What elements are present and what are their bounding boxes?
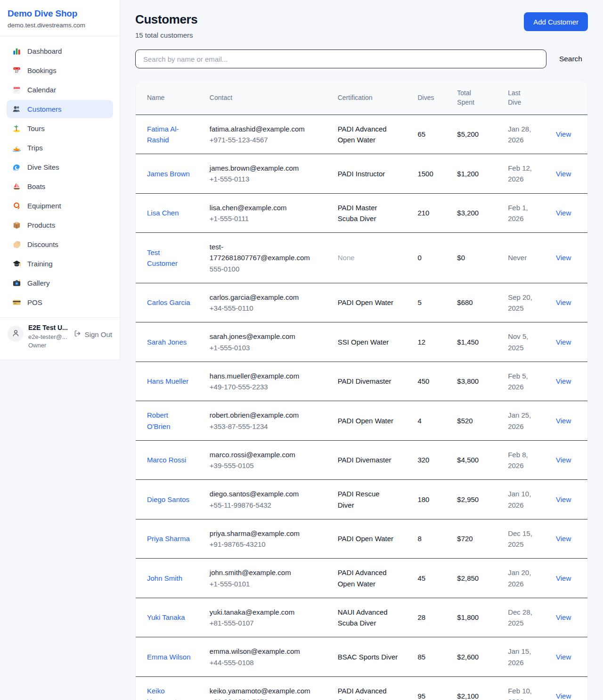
customer-name-link[interactable]: Emma Wilson	[147, 651, 191, 662]
view-link[interactable]: View	[556, 130, 571, 138]
view-link[interactable]: View	[556, 653, 571, 661]
package-icon	[12, 221, 21, 230]
bar-chart-icon	[12, 47, 21, 56]
view-link[interactable]: View	[556, 377, 571, 385]
view-link[interactable]: View	[556, 574, 571, 582]
add-customer-button[interactable]: Add Customer	[524, 12, 588, 31]
customer-total-spent: $3,200	[457, 209, 479, 217]
speedboat-icon	[12, 143, 21, 152]
brand-title[interactable]: Demo Dive Shop	[8, 8, 112, 19]
customer-total-spent: $720	[457, 535, 473, 543]
sidebar-item-products[interactable]: Products	[7, 216, 113, 234]
customer-name-link[interactable]: Test Customer	[147, 247, 192, 269]
customer-total-spent: $2,100	[457, 692, 479, 700]
view-link[interactable]: View	[556, 495, 571, 503]
customer-email: test-1772681807767@example.com	[210, 241, 312, 264]
search-input[interactable]	[135, 49, 546, 68]
view-link[interactable]: View	[556, 170, 571, 178]
page-header: Customers 15 total customers Add Custome…	[135, 12, 588, 39]
view-link[interactable]: View	[556, 298, 571, 306]
sidebar-item-pos[interactable]: POS	[7, 293, 113, 312]
view-link[interactable]: View	[556, 456, 571, 464]
customer-name-link[interactable]: James Brown	[147, 168, 190, 179]
table-row: Yuki Tanaka yuki.tanaka@example.com +81-…	[136, 598, 587, 637]
customer-name-link[interactable]: John Smith	[147, 573, 182, 584]
view-link[interactable]: View	[556, 209, 571, 217]
view-link[interactable]: View	[556, 692, 571, 700]
customer-email: priya.sharma@example.com	[210, 528, 312, 539]
svg-text:17: 17	[15, 70, 19, 73]
graduation-cap-icon	[12, 259, 21, 268]
customer-email: carlos.garcia@example.com	[210, 292, 312, 303]
palm-island-icon	[12, 124, 21, 133]
search-button[interactable]: Search	[559, 55, 582, 63]
customer-name-link[interactable]: Carlos Garcia	[147, 297, 190, 308]
table-row: Lisa Chen lisa.chen@example.com +1-555-0…	[136, 193, 587, 233]
customer-phone: +34-555-0110	[210, 303, 312, 313]
customer-certification: BSAC Sports Diver	[338, 651, 398, 662]
sidebar-nav: Dashboard17BookingsCalendarCustomersTour…	[0, 36, 120, 317]
sidebar-item-label: Customers	[27, 105, 62, 113]
customer-total-spent: $1,200	[457, 170, 479, 178]
customer-email: lisa.chen@example.com	[210, 202, 312, 213]
customer-total-spent: $680	[457, 298, 473, 306]
table-row: Robert O'Brien robert.obrien@example.com…	[136, 401, 587, 441]
customer-email: yuki.tanaka@example.com	[210, 607, 312, 618]
sidebar-item-equipment[interactable]: Equipment	[7, 197, 113, 215]
customer-email: marco.rossi@example.com	[210, 449, 312, 460]
customer-certification: PADI Rescue Diver	[338, 488, 398, 511]
customer-name-link[interactable]: Yuki Tanaka	[147, 612, 185, 623]
customer-name-link[interactable]: Marco Rossi	[147, 454, 186, 465]
customer-name-link[interactable]: Hans Mueller	[147, 376, 188, 387]
table-row: John Smith john.smith@example.com +1-555…	[136, 559, 587, 598]
tag-icon	[12, 240, 21, 249]
sidebar-item-label: Calendar	[27, 86, 56, 94]
customer-certification: PADI Advanced Open Water	[338, 124, 398, 146]
view-link[interactable]: View	[556, 613, 571, 621]
customer-name-link[interactable]: Priya Sharma	[147, 533, 190, 544]
table-row: Sarah Jones sarah.jones@example.com +1-5…	[136, 322, 587, 362]
sidebar-item-boats[interactable]: Boats	[7, 177, 113, 196]
calendar-date-icon: 17	[12, 66, 21, 75]
sidebar: Demo Dive Shop demo.test.divestreams.com…	[0, 0, 120, 360]
sidebar-item-bookings[interactable]: 17Bookings	[7, 61, 113, 80]
customer-dives: 320	[417, 456, 429, 464]
sidebar-item-calendar[interactable]: Calendar	[7, 81, 113, 99]
sidebar-item-gallery[interactable]: Gallery	[7, 274, 113, 292]
customer-last-dive: Jan 25, 2026	[508, 410, 537, 432]
sidebar-item-dashboard[interactable]: Dashboard	[7, 42, 113, 60]
view-link[interactable]: View	[556, 254, 571, 262]
sidebar-item-customers[interactable]: Customers	[7, 100, 113, 118]
customer-name-link[interactable]: Robert O'Brien	[147, 410, 192, 432]
customer-last-dive: Jan 20, 2026	[508, 567, 537, 589]
customer-certification: PADI Open Water	[338, 297, 393, 308]
brand: Demo Dive Shop demo.test.divestreams.com	[0, 0, 120, 36]
customer-name-link[interactable]: Sarah Jones	[147, 337, 187, 347]
customer-email: sarah.jones@example.com	[210, 331, 312, 342]
sidebar-item-dive-sites[interactable]: Dive Sites	[7, 158, 113, 176]
customer-dives: 1500	[417, 170, 433, 178]
customer-certification: PADI Open Water	[338, 415, 393, 426]
view-link[interactable]: View	[556, 535, 571, 543]
customer-dives: 95	[417, 692, 425, 700]
view-link[interactable]: View	[556, 338, 571, 346]
sign-out-button[interactable]: Sign Out	[73, 329, 112, 339]
customer-last-dive: Dec 28, 2025	[508, 607, 537, 629]
customer-name-link[interactable]: Keiko Yamamoto	[147, 685, 192, 700]
view-link[interactable]: View	[556, 417, 571, 425]
customer-total-spent: $5,200	[457, 130, 479, 138]
customer-certification: None	[338, 252, 355, 263]
sidebar-item-trips[interactable]: Trips	[7, 139, 113, 157]
customer-name-link[interactable]: Diego Santos	[147, 494, 189, 505]
customer-last-dive: Feb 8, 2026	[508, 449, 537, 471]
customers-table: Name Contact Certification Dives Total S…	[136, 81, 587, 700]
sidebar-item-training[interactable]: Training	[7, 255, 113, 273]
customer-certification: PADI Advanced Open Water	[338, 685, 398, 700]
customer-name-link[interactable]: Fatima Al-Rashid	[147, 124, 192, 146]
busts-icon	[12, 105, 21, 114]
sidebar-item-label: Discounts	[27, 240, 58, 248]
customer-name-link[interactable]: Lisa Chen	[147, 207, 179, 218]
customer-last-dive: Jan 10, 2026	[508, 488, 537, 511]
sidebar-item-tours[interactable]: Tours	[7, 119, 113, 138]
sidebar-item-discounts[interactable]: Discounts	[7, 235, 113, 254]
